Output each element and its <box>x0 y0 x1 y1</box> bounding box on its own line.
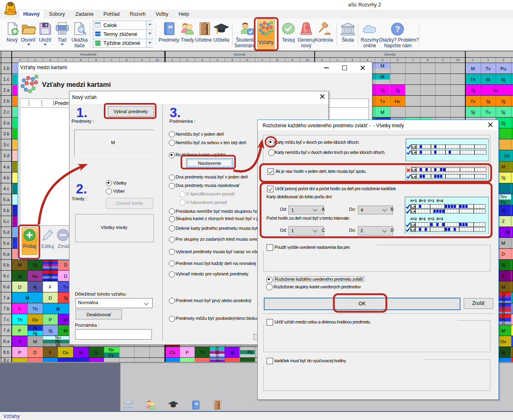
svg-text:1.A: 1.A <box>411 205 416 208</box>
svg-text:A=2 B=2 C=2 D=3: A=2 B=2 C=2 D=3 <box>410 217 443 221</box>
svg-text:1.A: 1.A <box>412 145 416 149</box>
svg-text:1.A: 1.A <box>411 210 416 213</box>
svg-text:1.A: 1.A <box>412 175 416 178</box>
svg-text:A=1 B=3 C=1 D=4: A=1 B=3 C=1 D=4 <box>410 199 444 203</box>
svg-text:1.A: 1.A <box>411 223 416 227</box>
svg-text:?: ? <box>395 25 400 34</box>
svg-text:1.A: 1.A <box>412 168 416 172</box>
svg-text:asc: asc <box>8 8 13 11</box>
svg-text:1.A: 1.A <box>411 228 416 231</box>
svg-text:1.A: 1.A <box>412 151 416 154</box>
